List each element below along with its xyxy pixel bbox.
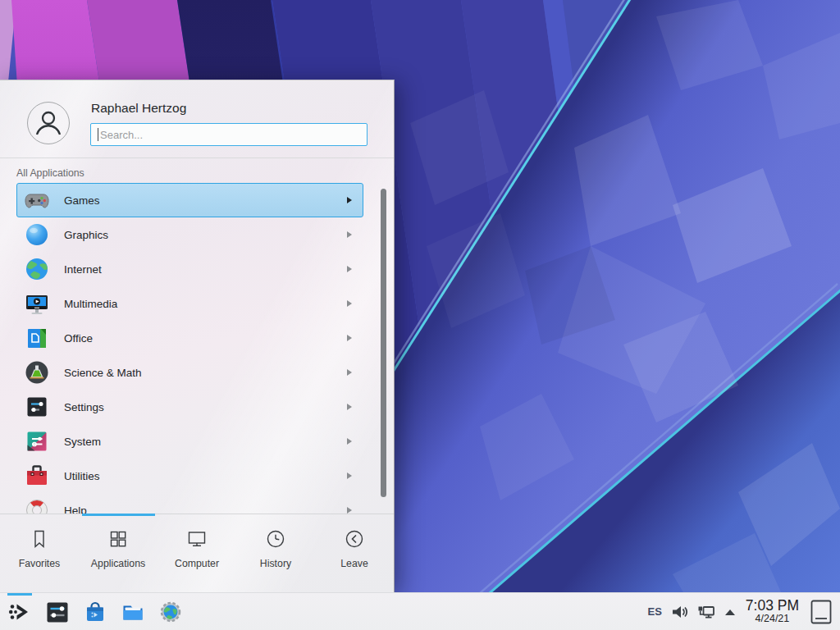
discover-bag-icon bbox=[82, 599, 108, 625]
category-label: System bbox=[64, 436, 347, 448]
user-avatar[interactable] bbox=[27, 102, 70, 144]
submenu-arrow-icon bbox=[347, 507, 352, 514]
category-item-utilities[interactable]: Utilities bbox=[16, 459, 363, 493]
text-cursor bbox=[98, 128, 98, 141]
submenu-arrow-icon bbox=[347, 300, 352, 307]
digital-clock[interactable]: 7:03 PM 4/24/21 bbox=[746, 598, 799, 624]
kickoff-icon bbox=[7, 599, 33, 625]
keyboard-layout-indicator[interactable]: ES bbox=[647, 605, 661, 618]
clock-time: 7:03 PM bbox=[746, 598, 799, 614]
submenu-arrow-icon bbox=[347, 197, 352, 203]
globe-icon bbox=[24, 256, 50, 282]
tab-label: Applications bbox=[91, 558, 145, 569]
scrollbar-thumb[interactable] bbox=[381, 189, 386, 497]
active-tab-indicator bbox=[82, 514, 155, 516]
submenu-arrow-icon bbox=[347, 369, 352, 376]
taskbar-panel: ES 7:03 PM 4/24/21 bbox=[0, 592, 840, 630]
tab-label: Favorites bbox=[19, 558, 61, 569]
multimedia-monitor-icon bbox=[24, 290, 50, 317]
category-label: Internet bbox=[64, 263, 347, 276]
network-wired-icon[interactable] bbox=[696, 602, 716, 622]
submenu-arrow-icon bbox=[347, 404, 352, 410]
system-tray: ES 7:03 PM 4/24/21 bbox=[647, 597, 833, 627]
launcher-header: Raphael Hertzog bbox=[0, 80, 394, 158]
show-desktop-button[interactable] bbox=[809, 597, 833, 627]
blue-folder-icon bbox=[120, 599, 146, 625]
user-name: Raphael Hertzog bbox=[91, 101, 368, 116]
category-item-graphics[interactable]: Graphics bbox=[16, 217, 363, 252]
graphics-sphere-icon bbox=[24, 221, 50, 248]
submenu-arrow-icon bbox=[347, 335, 352, 341]
tab-label: Computer bbox=[175, 558, 219, 569]
category-item-multimedia[interactable]: Multimedia bbox=[16, 286, 363, 321]
category-item-help[interactable]: Help bbox=[16, 493, 363, 514]
tab-leave[interactable]: Leave bbox=[315, 514, 394, 592]
category-label: Games bbox=[64, 194, 347, 207]
category-item-science-math[interactable]: Science & Math bbox=[16, 355, 363, 390]
category-label: Office bbox=[64, 332, 347, 345]
tab-applications[interactable]: Applications bbox=[79, 514, 158, 592]
tab-label: History bbox=[260, 558, 291, 569]
category-label: Multimedia bbox=[64, 298, 347, 310]
volume-icon[interactable] bbox=[670, 603, 688, 621]
category-label: Utilities bbox=[64, 470, 347, 482]
app-grid-icon bbox=[107, 527, 130, 550]
search-input[interactable] bbox=[90, 123, 368, 146]
tab-favorites[interactable]: Favorites bbox=[0, 514, 79, 592]
application-category-list: Games Graphics bbox=[0, 183, 394, 514]
desktop: Raphael Hertzog All Applications Games bbox=[0, 0, 840, 630]
taskbar-launcher-konqueror[interactable] bbox=[158, 599, 184, 625]
tab-label: Leave bbox=[340, 558, 368, 569]
utilities-toolbox-icon bbox=[24, 463, 50, 489]
section-label: All Applications bbox=[16, 167, 394, 179]
leave-circle-icon bbox=[343, 527, 366, 550]
taskbar-launcher-system-settings[interactable] bbox=[44, 599, 71, 625]
bookmark-icon bbox=[28, 527, 51, 550]
active-task-indicator bbox=[7, 593, 32, 596]
launcher-tab-bar: Favorites Applications Computer bbox=[0, 514, 394, 592]
clock-icon bbox=[264, 527, 287, 550]
tab-history[interactable]: History bbox=[236, 514, 315, 592]
submenu-arrow-icon bbox=[347, 266, 352, 272]
submenu-arrow-icon bbox=[347, 472, 352, 479]
clock-date: 4/24/21 bbox=[756, 614, 790, 625]
office-document-icon bbox=[24, 325, 50, 351]
monitor-icon bbox=[185, 527, 208, 550]
settings-sliders-icon bbox=[24, 394, 50, 420]
help-lifebuoy-icon bbox=[24, 497, 50, 514]
settings-dark-icon bbox=[44, 599, 71, 625]
globe-gear-icon bbox=[158, 599, 184, 625]
taskbar-launcher-discover[interactable] bbox=[82, 599, 108, 625]
taskbar-launcher-dolphin[interactable] bbox=[120, 599, 146, 625]
submenu-arrow-icon bbox=[347, 231, 352, 238]
category-label: Science & Math bbox=[64, 367, 347, 379]
gamepad-icon bbox=[24, 187, 50, 213]
science-flask-icon bbox=[24, 359, 50, 386]
submenu-arrow-icon bbox=[347, 438, 352, 445]
system-sliders-icon bbox=[24, 428, 50, 454]
taskbar-launcher-kickoff[interactable] bbox=[7, 599, 33, 625]
category-item-internet[interactable]: Internet bbox=[16, 252, 363, 286]
category-item-settings[interactable]: Settings bbox=[16, 390, 363, 424]
category-item-games[interactable]: Games bbox=[16, 183, 363, 217]
category-item-office[interactable]: Office bbox=[16, 321, 363, 355]
category-label: Graphics bbox=[64, 229, 347, 241]
expand-caret-icon[interactable] bbox=[724, 608, 736, 616]
application-launcher-menu: Raphael Hertzog All Applications Games bbox=[0, 80, 395, 592]
category-item-system[interactable]: System bbox=[16, 424, 363, 459]
category-label: Settings bbox=[64, 401, 347, 413]
tab-computer[interactable]: Computer bbox=[158, 514, 236, 592]
